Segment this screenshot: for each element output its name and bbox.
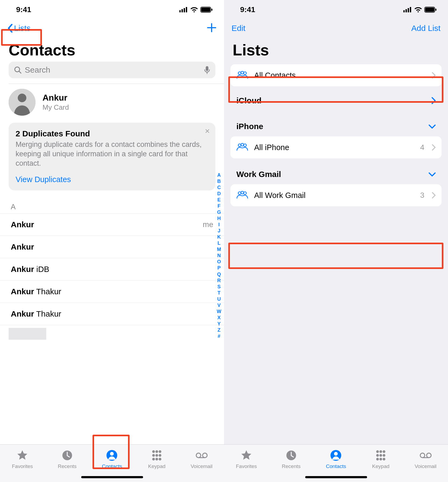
section-icloud[interactable]: iCloud: [224, 86, 448, 111]
svg-line-8: [19, 71, 21, 73]
contact-row[interactable]: Ankur Thakur: [0, 303, 224, 325]
search-input[interactable]: Search: [9, 62, 215, 78]
svg-point-40: [238, 192, 241, 194]
people-icon: [236, 191, 248, 200]
svg-rect-3: [186, 7, 187, 12]
svg-point-21: [152, 458, 155, 460]
add-contact-button[interactable]: [207, 23, 216, 34]
svg-point-34: [238, 72, 241, 75]
duplicates-card[interactable]: ✕ 2 Duplicates Found Merging duplicate c…: [9, 123, 215, 190]
tab-bar: Favorites Recents Contacts Keypad Voicem…: [224, 444, 448, 482]
list-all-gmail[interactable]: All Work Gmail 3: [230, 184, 442, 206]
tab-contacts[interactable]: Contacts: [92, 449, 132, 469]
alphabet-index[interactable]: ABCDEFGHIJKLMNOPQRSTUVWXYZ#: [217, 172, 221, 339]
svg-point-14: [110, 452, 114, 456]
battery-icon: [424, 7, 437, 13]
svg-point-38: [241, 143, 244, 146]
tab-keypad[interactable]: Keypad: [361, 449, 401, 469]
tab-recents[interactable]: Recents: [47, 449, 87, 469]
chevron-right-icon: [432, 144, 436, 151]
svg-point-35: [241, 71, 244, 74]
section-gmail[interactable]: Work Gmail: [224, 158, 448, 184]
clock-icon: [61, 449, 73, 461]
tab-label: Recents: [58, 463, 77, 469]
tab-label: Voicemail: [191, 463, 212, 469]
tab-favorites[interactable]: Favorites: [226, 449, 266, 469]
highlight-all-gmail: [228, 243, 443, 269]
home-indicator[interactable]: [305, 476, 367, 478]
microphone-icon[interactable]: [204, 66, 210, 74]
list-label: All iPhone: [254, 143, 414, 152]
redacted-row: [9, 328, 46, 340]
search-icon: [14, 66, 22, 74]
duplicates-body: Merging duplicate cards for a contact co…: [16, 140, 208, 168]
me-tag: me: [203, 220, 213, 229]
clock-icon: [285, 449, 297, 461]
tab-label: Voicemail: [415, 463, 436, 469]
star-icon: [240, 449, 252, 461]
view-duplicates-link[interactable]: View Duplicates: [16, 175, 208, 184]
contact-last: Thakur: [36, 309, 61, 318]
add-list-button[interactable]: Add List: [411, 24, 440, 33]
list-all-contacts[interactable]: All Contacts: [230, 64, 442, 86]
svg-point-54: [383, 458, 385, 460]
tab-contacts[interactable]: Contacts: [316, 449, 356, 469]
svg-rect-0: [179, 10, 181, 12]
svg-rect-28: [406, 9, 407, 12]
tab-label: Keypad: [148, 463, 165, 469]
tab-recents[interactable]: Recents: [271, 449, 311, 469]
svg-rect-30: [410, 7, 411, 12]
svg-rect-6: [211, 9, 212, 11]
svg-rect-32: [425, 8, 434, 12]
nav-bar: Edit Add List: [224, 19, 448, 37]
status-time: 9:41: [16, 5, 31, 14]
contact-icon: [106, 449, 118, 461]
list-count: 4: [420, 143, 424, 152]
star-icon: [16, 449, 28, 461]
voicemail-icon: [196, 449, 208, 461]
svg-point-23: [159, 458, 161, 460]
tab-voicemail[interactable]: Voicemail: [406, 449, 446, 469]
contact-row[interactable]: Ankur: [0, 236, 224, 258]
svg-point-48: [383, 450, 385, 453]
chevron-right-icon: [432, 72, 436, 79]
list-all-iphone[interactable]: All iPhone 4: [230, 136, 442, 158]
home-indicator[interactable]: [81, 476, 143, 478]
tab-favorites[interactable]: Favorites: [2, 449, 42, 469]
svg-point-39: [244, 144, 246, 147]
plus-icon: [207, 23, 216, 33]
status-bar: 9:41: [0, 0, 224, 19]
edit-button[interactable]: Edit: [232, 24, 246, 33]
section-iphone[interactable]: iPhone: [224, 111, 448, 136]
svg-point-15: [152, 450, 155, 453]
status-icons: [403, 7, 437, 13]
chevron-down-icon: [429, 172, 436, 176]
tab-voicemail[interactable]: Voicemail: [182, 449, 222, 469]
svg-point-17: [159, 450, 161, 453]
section-label: iCloud: [236, 96, 261, 105]
close-icon[interactable]: ✕: [205, 127, 210, 135]
my-card-row[interactable]: Ankur My Card: [0, 84, 224, 120]
svg-point-52: [376, 458, 379, 460]
contact-row[interactable]: Ankur me: [0, 213, 224, 236]
svg-point-53: [379, 458, 382, 460]
svg-point-56: [426, 453, 431, 458]
svg-point-36: [244, 72, 246, 75]
svg-point-49: [376, 454, 379, 457]
battery-icon: [200, 7, 213, 13]
cellular-icon: [403, 7, 412, 12]
back-button[interactable]: Lists: [8, 24, 31, 33]
svg-point-11: [18, 94, 26, 102]
contact-first: Ankur: [11, 220, 34, 229]
chevron-right-icon: [431, 97, 436, 104]
tab-keypad[interactable]: Keypad: [137, 449, 177, 469]
tab-label: Contacts: [326, 463, 346, 469]
people-icon: [236, 71, 248, 80]
contact-first: Ankur: [11, 242, 34, 251]
chevron-right-icon: [432, 192, 436, 199]
chevron-left-icon: [8, 24, 13, 33]
tab-label: Favorites: [236, 463, 257, 469]
contact-row[interactable]: Ankur Thakur: [0, 280, 224, 303]
svg-rect-33: [435, 9, 436, 11]
contact-row[interactable]: Ankur iDB: [0, 258, 224, 280]
